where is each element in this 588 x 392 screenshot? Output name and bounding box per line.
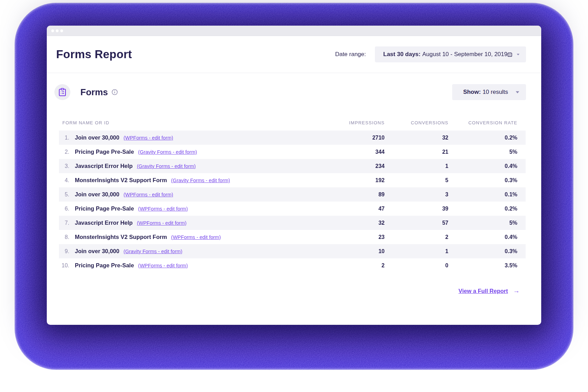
- edit-form-link[interactable]: (Gravity Forms - edit form): [137, 163, 196, 169]
- table-row: 8. MonsterInsights V2 Support Form (WPFo…: [59, 230, 526, 244]
- impressions-value: 192: [326, 177, 385, 184]
- view-full-report-link[interactable]: View a Full Report: [458, 288, 508, 294]
- row-rank: 6.: [59, 206, 75, 212]
- row-rank: 2.: [59, 149, 75, 155]
- form-name-cell: Join over 30,000 (WPForms - edit form): [75, 191, 326, 198]
- row-rank: 5.: [59, 191, 75, 198]
- conversion-rate-value: 3.5%: [448, 262, 517, 269]
- edit-form-link[interactable]: (WPForms - edit form): [123, 192, 173, 197]
- form-name: Join over 30,000: [75, 248, 119, 255]
- form-name: Javascript Error Help: [75, 220, 133, 226]
- table-body: 1. Join over 30,000 (WPForms - edit form…: [59, 131, 526, 273]
- form-name: Join over 30,000: [75, 191, 119, 198]
- window-control-dot[interactable]: [56, 29, 59, 32]
- row-rank: 8.: [59, 234, 75, 240]
- conversions-value: 32: [385, 135, 448, 141]
- impressions-value: 32: [326, 220, 385, 226]
- conversions-value: 21: [385, 149, 448, 155]
- date-range-value: August 10 - September 10, 2019: [422, 51, 508, 58]
- form-name-cell: Javascript Error Help (Gravity Forms - e…: [75, 163, 326, 169]
- table-row: 7. Javascript Error Help (WPForms - edit…: [59, 216, 526, 230]
- conversions-value: 1: [385, 248, 448, 255]
- show-value: 10 results: [483, 89, 508, 96]
- conversion-rate-value: 0.1%: [448, 191, 517, 198]
- conversions-value: 1: [385, 163, 448, 169]
- form-name-cell: MonsterInsights V2 Support Form (WPForms…: [75, 234, 326, 240]
- table-row: 3. Javascript Error Help (Gravity Forms …: [59, 159, 526, 173]
- impressions-value: 2710: [326, 135, 385, 141]
- form-name-cell: MonsterInsights V2 Support Form (Gravity…: [75, 177, 326, 184]
- date-range-label: Date range:: [335, 51, 366, 58]
- row-rank: 9.: [59, 248, 75, 255]
- row-rank: 7.: [59, 220, 75, 226]
- conversion-rate-value: 0.4%: [448, 234, 517, 240]
- forms-icon-badge: [54, 84, 70, 100]
- edit-form-link[interactable]: (WPForms - edit form): [138, 206, 188, 212]
- form-name-cell: Javascript Error Help (WPForms - edit fo…: [75, 220, 326, 226]
- form-name: MonsterInsights V2 Support Form: [75, 234, 167, 240]
- window-control-dot[interactable]: [51, 29, 54, 32]
- page: Forms Report Date range: Last 30 days: A…: [0, 0, 588, 392]
- column-header-conversions: CONVERSIONS: [385, 120, 448, 125]
- date-range-preset: Last 30 days:: [383, 51, 421, 58]
- form-name: Javascript Error Help: [75, 163, 133, 169]
- table-row: 4. MonsterInsights V2 Support Form (Grav…: [59, 173, 526, 187]
- conversions-value: 3: [385, 191, 448, 198]
- show-results-dropdown[interactable]: Show: 10 results: [452, 84, 526, 100]
- conversion-rate-value: 5%: [448, 149, 517, 155]
- form-name: MonsterInsights V2 Support Form: [75, 177, 167, 184]
- conversion-rate-value: 0.3%: [448, 177, 517, 184]
- row-rank: 1.: [59, 135, 75, 141]
- date-range-group: Date range: Last 30 days: August 10 - Se…: [335, 46, 526, 62]
- clipboard-icon: [59, 88, 66, 96]
- arrow-right-icon: →: [513, 287, 520, 295]
- form-name: Join over 30,000: [75, 134, 119, 141]
- impressions-value: 10: [326, 248, 385, 255]
- header-divider: [47, 73, 541, 73]
- form-name-cell: Pricing Page Pre-Sale (WPForms - edit fo…: [75, 205, 326, 212]
- conversions-value: 39: [385, 206, 448, 212]
- table-row: 5. Join over 30,000 (WPForms - edit form…: [59, 187, 526, 202]
- conversion-rate-value: 0.4%: [448, 163, 517, 169]
- column-header-conversion-rate: CONVERSION RATE: [448, 120, 517, 125]
- impressions-value: 89: [326, 191, 385, 198]
- form-name: Pricing Page Pre-Sale: [75, 149, 134, 155]
- impressions-value: 234: [326, 163, 385, 169]
- forms-section-header: Forms Show: 10 results: [47, 84, 541, 100]
- edit-form-link[interactable]: (WPForms - edit form): [138, 263, 188, 268]
- table-row: 9. Join over 30,000 (Gravity Forms - edi…: [59, 244, 526, 258]
- calendar-icon: [507, 51, 512, 58]
- impressions-value: 47: [326, 206, 385, 212]
- table-header-row: FORM NAME OR ID IMPRESSIONS CONVERSIONS …: [59, 120, 526, 125]
- form-name-cell: Pricing Page Pre-Sale (WPForms - edit fo…: [75, 262, 326, 269]
- form-name-cell: Join over 30,000 (Gravity Forms - edit f…: [75, 248, 326, 255]
- chevron-down-icon: [516, 91, 519, 93]
- conversions-value: 0: [385, 262, 448, 269]
- edit-form-link[interactable]: (Gravity Forms - edit form): [123, 249, 182, 254]
- row-rank: 3.: [59, 163, 75, 169]
- conversion-rate-value: 0.2%: [448, 206, 517, 212]
- edit-form-link[interactable]: (WPForms - edit form): [137, 220, 186, 226]
- form-name-cell: Pricing Page Pre-Sale (Gravity Forms - e…: [75, 149, 326, 155]
- forms-table: FORM NAME OR ID IMPRESSIONS CONVERSIONS …: [59, 120, 526, 273]
- row-rank: 4.: [59, 177, 75, 184]
- app-window: Forms Report Date range: Last 30 days: A…: [47, 26, 541, 325]
- conversions-value: 2: [385, 234, 448, 240]
- row-rank: 10.: [59, 262, 75, 269]
- edit-form-link[interactable]: (WPForms - edit form): [171, 234, 221, 240]
- report-header: Forms Report Date range: Last 30 days: A…: [47, 36, 541, 73]
- column-header-form-name: FORM NAME OR ID: [62, 120, 326, 125]
- conversion-rate-value: 0.3%: [448, 248, 517, 255]
- show-label: Show:: [463, 89, 481, 96]
- info-icon[interactable]: [112, 89, 118, 95]
- conversions-value: 5: [385, 177, 448, 184]
- edit-form-link[interactable]: (WPForms - edit form): [123, 135, 173, 141]
- table-row: 6. Pricing Page Pre-Sale (WPForms - edit…: [59, 202, 526, 216]
- window-control-dot[interactable]: [60, 29, 63, 32]
- section-title: Forms: [80, 87, 108, 98]
- date-range-selector[interactable]: Last 30 days: August 10 - September 10, …: [375, 46, 526, 62]
- edit-form-link[interactable]: (Gravity Forms - edit form): [138, 149, 197, 155]
- impressions-value: 2: [326, 262, 385, 269]
- edit-form-link[interactable]: (Gravity Forms - edit form): [171, 178, 230, 183]
- conversion-rate-value: 5%: [448, 220, 517, 226]
